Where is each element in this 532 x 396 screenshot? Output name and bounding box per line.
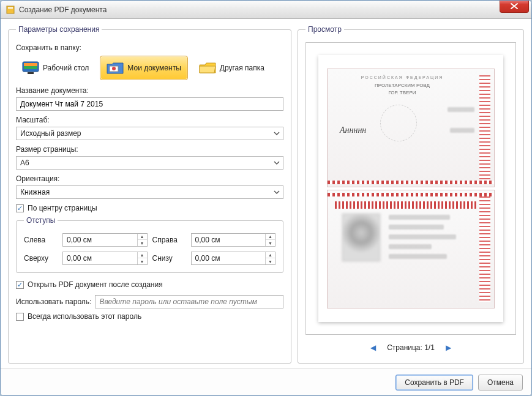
chevron-down-icon bbox=[273, 130, 280, 137]
passport-country: РОССИЙСКАЯ ФЕДЕРАЦИЯ bbox=[328, 75, 477, 80]
preview-group: Просмотр РОССИЙСКАЯ ФЕДЕРАЦИЯ ПРОЛЕТАРСК… bbox=[298, 25, 524, 364]
scale-label: Масштаб: bbox=[16, 116, 283, 124]
folder-desktop-button[interactable]: Рабочий стол bbox=[16, 56, 95, 80]
center-page-label: По центру страницы bbox=[28, 204, 97, 212]
chevron-down-icon bbox=[273, 189, 280, 196]
documents-icon bbox=[107, 61, 124, 75]
orientation-select[interactable]: Книжная bbox=[16, 185, 283, 199]
spinner-up-icon[interactable]: ▲ bbox=[266, 234, 275, 240]
center-page-checkbox[interactable] bbox=[16, 204, 24, 212]
docname-label: Название документа: bbox=[16, 86, 283, 95]
passport-line3: ГОР. ТВЕРИ bbox=[328, 90, 477, 95]
margin-bottom-label: Снизу bbox=[152, 254, 186, 263]
svg-rect-1 bbox=[8, 7, 13, 9]
pagesize-select[interactable]: A6 bbox=[16, 156, 283, 170]
folder-desktop-label: Рабочий стол bbox=[43, 64, 89, 72]
folder-icon bbox=[199, 61, 216, 75]
margin-top-input[interactable]: 0,00 см ▲▼ bbox=[62, 252, 148, 265]
titlebar: Создание PDF документа bbox=[1, 1, 531, 19]
page-indicator: Страница: 1/1 bbox=[387, 343, 435, 352]
svg-rect-4 bbox=[24, 66, 37, 69]
spinner-down-icon[interactable]: ▼ bbox=[138, 258, 147, 264]
margin-left-input[interactable]: 0,00 см ▲▼ bbox=[62, 233, 148, 247]
signature: Аннннн bbox=[340, 125, 366, 135]
password-input[interactable] bbox=[95, 295, 283, 308]
spinner-up-icon[interactable]: ▲ bbox=[138, 234, 147, 240]
margin-left-label: Слева bbox=[24, 236, 58, 244]
margin-right-input[interactable]: 0,00 см ▲▼ bbox=[191, 233, 276, 247]
open-after-checkbox[interactable] bbox=[16, 281, 24, 289]
scale-select[interactable]: Исходный размер bbox=[16, 127, 283, 140]
prev-page-button[interactable]: ◀ bbox=[370, 343, 376, 352]
margin-bottom-input[interactable]: 0,00 см ▲▼ bbox=[191, 252, 276, 265]
orientation-label: Ориентация: bbox=[16, 174, 283, 183]
spinner-down-icon[interactable]: ▼ bbox=[266, 258, 275, 264]
folder-documents-label: Мои документы bbox=[127, 64, 181, 72]
scale-value: Исходный размер bbox=[20, 129, 81, 138]
next-page-button[interactable]: ▶ bbox=[446, 343, 451, 352]
folder-documents-button[interactable]: Мои документы bbox=[100, 56, 187, 80]
preview-area: РОССИЙСКАЯ ФЕДЕРАЦИЯ ПРОЛЕТАРСКИМ РОВД Г… bbox=[305, 42, 516, 335]
open-after-label: Открыть PDF документ после создания bbox=[28, 280, 163, 289]
margins-group: Отступы Слева 0,00 см ▲▼ Справа 0,00 см … bbox=[16, 216, 283, 273]
pager: ◀ Страница: 1/1 ▶ bbox=[305, 340, 516, 356]
passport-photo bbox=[342, 214, 380, 261]
passport-bottom-half bbox=[327, 190, 495, 308]
svg-rect-0 bbox=[7, 6, 14, 13]
always-password-checkbox[interactable] bbox=[16, 313, 24, 321]
spinner-up-icon[interactable]: ▲ bbox=[266, 252, 275, 258]
passport-top-half: РОССИЙСКАЯ ФЕДЕРАЦИЯ ПРОЛЕТАРСКИМ РОВД Г… bbox=[327, 69, 495, 187]
save-params-group: Параметры сохранения Сохранить в папку: … bbox=[8, 25, 291, 364]
password-label: Использовать пароль: bbox=[16, 297, 91, 306]
folder-other-label: Другая папка bbox=[220, 64, 264, 72]
folder-other-button[interactable]: Другая папка bbox=[193, 56, 271, 80]
spinner-down-icon[interactable]: ▼ bbox=[266, 240, 275, 246]
stamp-icon bbox=[380, 105, 417, 141]
pagesize-value: A6 bbox=[20, 159, 29, 167]
save-pdf-button[interactable]: Сохранить в PDF bbox=[395, 375, 473, 390]
svg-point-7 bbox=[112, 67, 116, 70]
orientation-value: Книжная bbox=[20, 188, 50, 196]
margin-right-label: Справа bbox=[152, 236, 186, 244]
docname-input[interactable] bbox=[16, 97, 283, 111]
save-params-legend: Параметры сохранения bbox=[16, 25, 102, 34]
spinner-up-icon[interactable]: ▲ bbox=[138, 252, 147, 258]
pagesize-label: Размер страницы: bbox=[16, 145, 283, 154]
margins-legend: Отступы bbox=[24, 216, 58, 225]
preview-legend: Просмотр bbox=[305, 25, 344, 34]
footer: Сохранить в PDF Отмена bbox=[1, 368, 531, 395]
chevron-down-icon bbox=[273, 159, 280, 166]
spinner-down-icon[interactable]: ▼ bbox=[138, 240, 147, 246]
margin-top-label: Сверху bbox=[24, 254, 58, 263]
desktop-icon bbox=[22, 61, 39, 75]
window-title: Создание PDF документа bbox=[19, 6, 526, 14]
close-button[interactable] bbox=[500, 0, 529, 13]
preview-document: РОССИЙСКАЯ ФЕДЕРАЦИЯ ПРОЛЕТАРСКИМ РОВД Г… bbox=[318, 55, 503, 322]
svg-rect-5 bbox=[28, 72, 34, 74]
passport-line2: ПРОЛЕТАРСКИМ РОВД bbox=[328, 83, 477, 88]
always-password-label: Всегда использовать этот пароль bbox=[28, 312, 141, 321]
cancel-button[interactable]: Отмена bbox=[478, 375, 523, 390]
save-to-label: Сохранить в папку: bbox=[16, 43, 283, 52]
app-icon bbox=[6, 5, 15, 15]
